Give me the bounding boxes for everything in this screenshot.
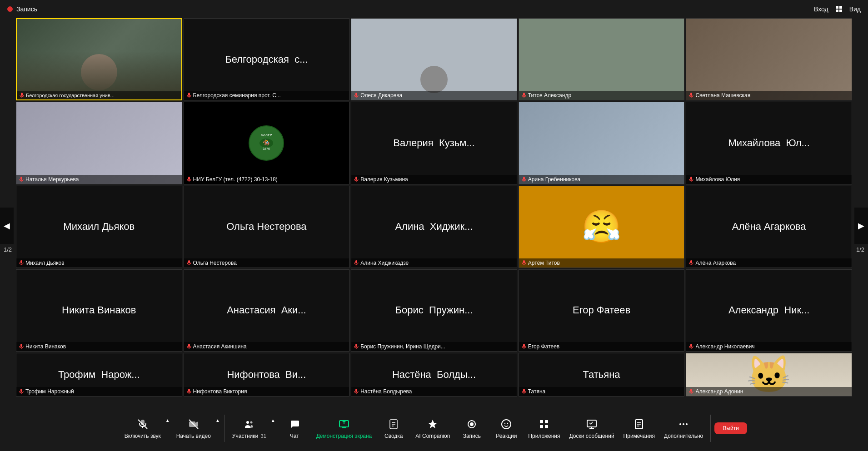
svg-rect-29	[355, 260, 357, 263]
reactions-icon	[500, 418, 513, 431]
svg-rect-53	[690, 389, 692, 392]
cell-sublabel-24: Татяна	[528, 388, 546, 395]
svg-rect-77	[545, 425, 548, 428]
chat-icon	[288, 418, 301, 431]
cell-name-big-15: Алёна Агаркова	[728, 221, 811, 233]
video-cell-19[interactable]: Егор Фатеев Егор Фатеев	[519, 269, 685, 352]
video-cell-9[interactable]: Арина Гребенникова	[519, 102, 685, 184]
svg-rect-74	[540, 420, 543, 423]
svg-point-71	[502, 420, 511, 429]
mic-icon-22	[187, 389, 191, 394]
video-cell-17[interactable]: Анастасия Аки... Анастасия Акиншина	[184, 269, 350, 352]
apps-button[interactable]: Приложения	[524, 415, 564, 442]
share-icon	[338, 418, 350, 431]
chat-button[interactable]: Чат	[278, 415, 311, 442]
summary-button[interactable]: Сводка	[377, 415, 410, 442]
video-label: Начать видео	[176, 433, 211, 439]
video-cell-1[interactable]: Белгородская государственная унив...	[16, 18, 182, 100]
video-cell-5[interactable]: Светлана Машевская	[686, 18, 852, 100]
cell-name-big-19: Егор Фатеев	[568, 304, 635, 316]
view-grid-icon[interactable]	[836, 6, 842, 12]
reactions-button[interactable]: Реакции	[490, 415, 523, 442]
leave-button[interactable]: Выйти	[714, 422, 747, 434]
view-label[interactable]: Вид	[849, 5, 861, 13]
video-cell-24[interactable]: Татьяна Татяна	[519, 353, 685, 396]
cell-name-1: Белгородская государственная унив...	[26, 93, 115, 98]
mute-group: Включить звук ▲	[121, 415, 171, 442]
record-button[interactable]: Запись	[455, 415, 488, 442]
cell-label-18: Борис Пружинин, Ирина Щедри...	[351, 342, 517, 351]
cell-sublabel-20: Александр Николаевич	[695, 343, 754, 350]
video-cell-21[interactable]: Трофим Нарож... Трофим Нарожный	[16, 353, 182, 396]
mic-icon-10	[689, 177, 693, 182]
nav-arrow-right[interactable]: ▶	[854, 208, 868, 244]
cell-sublabel-18: Борис Пружинин, Ирина Щедри...	[360, 343, 445, 350]
cell-label-19: Егор Фатеев	[519, 342, 684, 351]
mute-label: Включить звук	[125, 433, 161, 439]
video-button[interactable]: Начать видео	[173, 415, 215, 442]
record-label: Запись	[16, 5, 37, 13]
mute-caret[interactable]: ▲	[165, 418, 171, 423]
cell-name-big-12: Ольга Нестерова	[222, 221, 311, 233]
reactions-label: Реакции	[496, 433, 517, 439]
cell-label-13: Алина Хиджикадзе	[351, 258, 517, 268]
video-cell-3[interactable]: Олеся Дикарева	[351, 18, 517, 100]
top-bar: Запись Вход Вид	[0, 0, 868, 18]
cell-sublabel-10: Михайлова Юлия	[695, 176, 740, 183]
video-cell-16[interactable]: Никита Винаков Никита Винаков	[16, 269, 182, 352]
cell-label-3: Олеся Дикарева	[351, 91, 517, 100]
video-cell-7[interactable]: БелГУ 1876 🏇 НИУ БелГУ (тел. (4722) 30-1…	[184, 102, 350, 184]
video-cell-2[interactable]: Белгородская с... Белгородская семинария…	[184, 18, 350, 100]
svg-point-61	[250, 421, 253, 423]
video-cell-20[interactable]: Александр Ник... Александр Николаевич	[686, 269, 852, 352]
video-cell-14[interactable]: 😤 Артём Титов	[519, 186, 685, 268]
whiteboard-button[interactable]: Доски сообщений	[566, 415, 618, 442]
notes-button[interactable]: Примечания	[620, 415, 658, 442]
svg-rect-21	[523, 177, 525, 180]
video-cell-18[interactable]: Борис Пружин... Борис Пружинин, Ирина Ще…	[351, 269, 517, 352]
more-button[interactable]: Дополнительно	[660, 415, 707, 442]
cell-name-big-23: Настёна Болды...	[388, 369, 480, 381]
video-cell-25[interactable]: 🐱 Александр Адонин	[686, 353, 852, 396]
mic-icon-6	[19, 177, 24, 182]
participants-button[interactable]: Участники 31	[229, 415, 270, 442]
video-cell-15[interactable]: Алёна Агаркова Алёна Агаркова	[686, 186, 852, 268]
cell-sublabel-21: Трофим Нарожный	[25, 388, 74, 395]
cell-label-15: Алёна Агаркова	[686, 258, 852, 268]
video-cell-11[interactable]: Михаил Дьяков Михаил Дьяков	[16, 186, 182, 268]
page-indicator-right: 1/2	[856, 246, 864, 253]
cell-label-20: Александр Николаевич	[686, 342, 852, 351]
video-caret[interactable]: ▲	[215, 418, 221, 423]
enter-button[interactable]: Вход	[814, 5, 828, 13]
cell-label-12: Ольга Нестерова	[184, 258, 349, 268]
nav-arrow-left[interactable]: ◀	[0, 208, 14, 244]
notes-label: Примечания	[624, 433, 655, 439]
share-button[interactable]: Демонстрация экрана	[313, 415, 376, 442]
video-cell-10[interactable]: Михайлова Юл... Михайлова Юлия	[686, 102, 852, 184]
ai-companion-button[interactable]: AI Companion	[412, 415, 454, 442]
notes-icon	[633, 418, 645, 431]
apps-icon	[538, 418, 550, 431]
cell-name-big-18: Борис Пружин...	[391, 304, 478, 316]
video-cell-13[interactable]: Алина Хиджик... Алина Хиджикадзе	[351, 186, 517, 268]
svg-rect-76	[540, 425, 543, 428]
participants-caret[interactable]: ▲	[270, 418, 276, 423]
mic-icon-20	[689, 344, 693, 349]
video-cell-22[interactable]: Нифонтова Ви... Нифонтова Виктория	[184, 353, 350, 396]
video-cell-6[interactable]: Наталья Меркурьева	[16, 102, 182, 184]
mic-icon-11	[19, 260, 24, 266]
video-cell-4[interactable]: Титов Александр	[519, 18, 685, 100]
svg-point-72	[504, 422, 505, 423]
svg-rect-59	[189, 421, 195, 427]
record-icon	[465, 418, 478, 431]
video-cell-12[interactable]: Ольга Нестерова Ольга Нестерова	[184, 186, 350, 268]
divider-1	[224, 415, 225, 442]
whiteboard-icon	[585, 418, 598, 431]
video-cell-23[interactable]: Настёна Болды... Настёна Болдырева	[351, 353, 517, 396]
video-cell-8[interactable]: Валерия Кузьм... Валерия Кузьмина	[351, 102, 517, 184]
summary-icon	[387, 418, 400, 431]
mute-button[interactable]: Включить звук	[121, 415, 165, 442]
cell-sublabel-19: Егор Фатеев	[528, 343, 559, 350]
svg-point-85	[679, 423, 681, 425]
cell-label-8: Валерия Кузьмина	[351, 175, 517, 184]
